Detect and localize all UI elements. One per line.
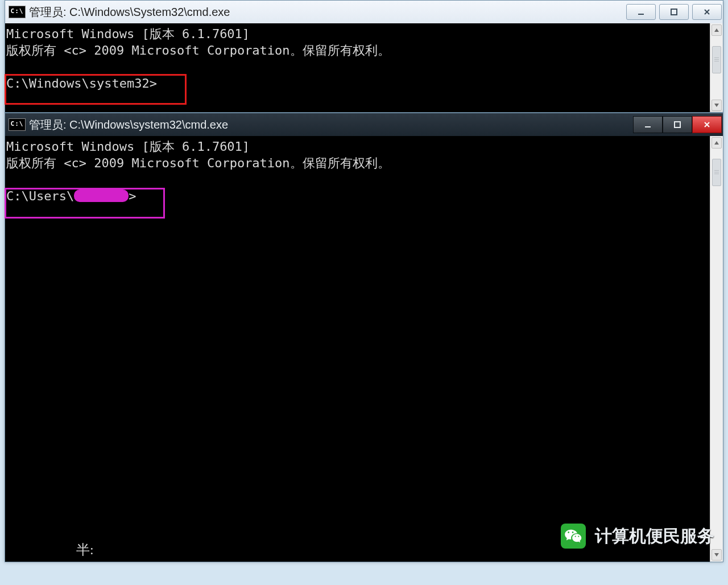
svg-rect-1 — [675, 122, 680, 127]
prompt-system32: C:\Windows\system32> — [6, 76, 157, 90]
titlebar[interactable]: C:\ 管理员: C:\Windows\System32\cmd.exe — [5, 1, 723, 24]
scroll-up-button[interactable] — [712, 24, 722, 36]
client-area: Microsoft Windows [版本 6.1.7601] 版权所有 <c>… — [5, 136, 723, 562]
wechat-icon — [561, 524, 586, 549]
maximize-button[interactable] — [659, 4, 689, 20]
scroll-down-button[interactable] — [712, 100, 722, 111]
cmd-window-admin-system32: C:\ 管理员: C:\Windows\System32\cmd.exe Mic… — [5, 0, 723, 113]
window-title: 管理员: C:\Windows\System32\cmd.exe — [29, 5, 230, 20]
cmd-app-icon: C:\ — [9, 6, 26, 18]
vertical-scrollbar[interactable] — [710, 23, 723, 112]
prompt-users-suffix: > — [129, 189, 136, 203]
scroll-up-button[interactable] — [712, 137, 722, 149]
banner-line-2: 版权所有 <c> 2009 Microsoft Corporation。保留所有… — [6, 156, 390, 170]
terminal-output[interactable]: Microsoft Windows [版本 6.1.7601] 版权所有 <c>… — [5, 23, 710, 112]
titlebar[interactable]: C:\ 管理员: C:\Windows\system32\cmd.exe — [5, 113, 723, 137]
prompt-users-prefix: C:\Users\ — [6, 189, 74, 203]
vertical-scrollbar[interactable] — [710, 136, 723, 562]
maximize-button[interactable] — [663, 116, 692, 133]
banner-line-1: Microsoft Windows [版本 6.1.7601] — [6, 27, 250, 41]
watermark-text: 计算机便民服务 — [595, 528, 714, 545]
window-title: 管理员: C:\Windows\system32\cmd.exe — [29, 117, 228, 133]
watermark: 计算机便民服务 — [561, 524, 714, 549]
banner-line-2: 版权所有 <c> 2009 Microsoft Corporation。保留所有… — [6, 43, 390, 57]
window-controls — [633, 116, 722, 133]
close-button[interactable] — [692, 116, 722, 133]
scroll-thumb[interactable] — [712, 46, 721, 73]
scroll-down-button[interactable] — [712, 549, 722, 561]
redacted-username — [74, 189, 129, 202]
minimize-button[interactable] — [633, 116, 663, 133]
client-area: Microsoft Windows [版本 6.1.7601] 版权所有 <c>… — [5, 23, 723, 112]
svg-rect-0 — [671, 9, 677, 15]
minimize-button[interactable] — [626, 4, 656, 20]
banner-line-1: Microsoft Windows [版本 6.1.7601] — [6, 139, 250, 154]
cmd-window-admin-users: C:\ 管理员: C:\Windows\system32\cmd.exe Mic… — [5, 113, 723, 562]
scroll-thumb[interactable] — [712, 159, 721, 186]
cmd-app-icon: C:\ — [9, 118, 26, 131]
close-button[interactable] — [692, 4, 722, 20]
terminal-output[interactable]: Microsoft Windows [版本 6.1.7601] 版权所有 <c>… — [5, 136, 710, 562]
window-controls — [623, 4, 722, 20]
ime-indicator: 半: — [76, 543, 94, 557]
